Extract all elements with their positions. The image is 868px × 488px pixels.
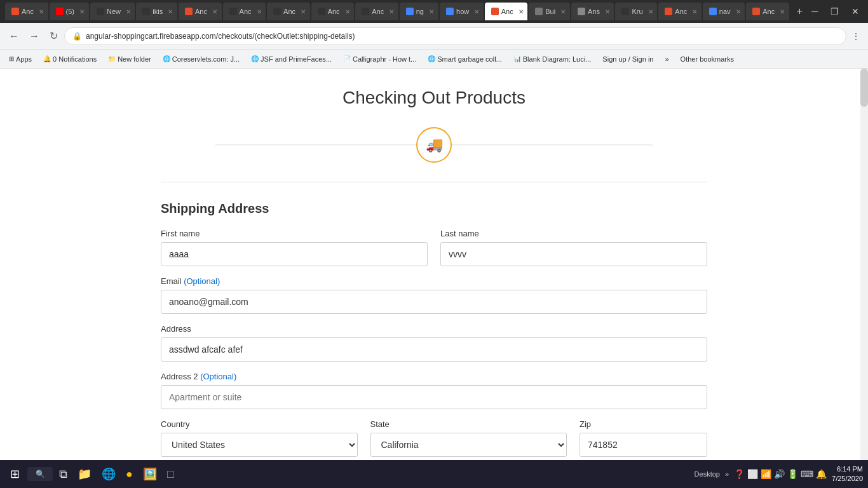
extensions-icon[interactable]: ⋮ <box>849 29 863 43</box>
tablet-mode-icon[interactable]: ⬜ <box>747 469 758 479</box>
maximize-button[interactable]: ❐ <box>827 5 843 18</box>
progress-step-shipping: 🚚 <box>416 127 452 163</box>
start-button[interactable]: ⊞ <box>5 464 25 484</box>
first-name-group: First name <box>161 229 428 266</box>
tab-2[interactable]: (5) ✕ <box>50 3 89 20</box>
tab-6[interactable]: Anc ✕ <box>223 3 266 20</box>
taskbar-task-view[interactable]: ⧉ <box>55 465 71 484</box>
tab-12[interactable]: Bui ✕ <box>529 3 570 20</box>
minimize-button[interactable]: ─ <box>808 5 822 18</box>
taskbar-file-explorer[interactable]: 📁 <box>74 464 95 484</box>
section-title-shipping: Shipping Address <box>161 201 707 216</box>
tab-9[interactable]: Anc ✕ <box>355 3 398 20</box>
address-input[interactable] <box>161 337 707 362</box>
tab-11[interactable]: how ✕ <box>440 3 484 20</box>
bookmark-blank-diagram[interactable]: 📊 Blank Diagram: Luci... <box>510 54 595 64</box>
jsf-icon: 🌐 <box>251 55 259 62</box>
tab-3[interactable]: New ✕ <box>90 3 135 20</box>
scrollbar-thumb[interactable] <box>860 69 868 107</box>
tab-17[interactable]: Anc ✕ <box>746 3 789 20</box>
divider <box>161 182 707 182</box>
bookmark-other[interactable]: Other bookmarks <box>677 54 738 64</box>
coreservlets-icon: 🌐 <box>163 55 170 62</box>
taskbar-code[interactable]: □ <box>163 465 178 484</box>
tab-4[interactable]: ikis ✕ <box>136 3 177 20</box>
tab-active[interactable]: Anc ✕ <box>485 3 528 20</box>
name-row: First name Last name <box>161 229 707 266</box>
lock-icon: 🔒 <box>72 32 82 41</box>
volume-icon[interactable]: 🔊 <box>774 469 785 479</box>
country-group: Country United States Canada United King… <box>161 419 358 457</box>
tab-5[interactable]: Anc ✕ <box>179 3 222 20</box>
tab-14[interactable]: Kru ✕ <box>615 3 657 20</box>
tab-7[interactable]: Anc ✕ <box>267 3 310 20</box>
reload-button[interactable]: ↻ <box>46 27 62 44</box>
bookmark-smart-garbage[interactable]: 🌐 Smart garbage coll... <box>424 54 506 64</box>
calligraphr-icon: 📄 <box>343 55 351 62</box>
zip-input[interactable] <box>580 433 707 457</box>
address2-group: Address 2 (Optional) <box>161 372 707 409</box>
email-input[interactable] <box>161 290 707 314</box>
back-button[interactable]: ← <box>5 28 23 44</box>
tab-1[interactable]: Anc ✕ <box>5 3 48 20</box>
taskbar-sys-icons: ❓ ⬜ 📶 🔊 🔋 ⌨ 🔔 <box>734 469 827 479</box>
folder-icon: 📁 <box>108 55 116 62</box>
first-name-label: First name <box>161 229 428 238</box>
address-bar[interactable]: 🔒 angular-shoppingcart.firebaseapp.com/c… <box>64 27 846 45</box>
notification-icon: 🔔 <box>43 55 51 62</box>
battery-icon: 🔋 <box>787 469 798 479</box>
bookmark-coreservlets[interactable]: 🌐 Coreservlets.com: J... <box>159 54 243 64</box>
progress-section: 🚚 <box>161 127 707 163</box>
title-bar: Anc ✕ (5) ✕ New ✕ ikis ✕ Anc ✕ Anc ✕ <box>0 0 868 23</box>
bookmark-signup[interactable]: Sign up / Sign in <box>599 54 657 64</box>
forward-button[interactable]: → <box>25 28 43 44</box>
bookmark-notifications[interactable]: 🔔 0 Notifications <box>39 54 100 64</box>
email-row: Email (Optional) <box>161 276 707 314</box>
taskbar-search[interactable]: 🔍 <box>27 467 53 481</box>
last-name-label: Last name <box>440 229 707 238</box>
last-name-input[interactable] <box>440 242 707 266</box>
bookmark-more[interactable]: » <box>661 54 672 64</box>
tab-15[interactable]: Anc ✕ <box>658 3 702 20</box>
address-group: Address <box>161 324 707 362</box>
last-name-group: Last name <box>440 229 707 266</box>
bookmark-calligraphr[interactable]: 📄 Calligraphr - How t... <box>339 54 420 64</box>
address2-label: Address 2 (Optional) <box>161 372 707 381</box>
taskbar-edge[interactable]: 🌐 <box>98 464 119 484</box>
main-container: Checking Out Products 🚚 Shipping Address… <box>148 69 720 460</box>
keyboard-icon[interactable]: ⌨ <box>801 469 813 479</box>
url-text: angular-shoppingcart.firebaseapp.com/che… <box>86 32 838 41</box>
tab-8[interactable]: Anc ✕ <box>311 3 355 20</box>
bookmark-more-label: » <box>665 55 668 63</box>
zip-label: Zip <box>580 419 707 429</box>
bookmark-smart-garbage-label: Smart garbage coll... <box>437 55 502 63</box>
taskbar-time-display[interactable]: 6:14 PM 7/25/2020 <box>832 464 863 484</box>
country-label: Country <box>161 419 358 429</box>
first-name-input[interactable] <box>161 242 428 266</box>
bookmark-apps[interactable]: ⊞ Apps <box>5 54 36 64</box>
taskbar-chrome[interactable]: ● <box>122 465 137 484</box>
bookmark-new-folder[interactable]: 📁 New folder <box>104 54 155 64</box>
state-select[interactable]: California New York Texas <box>370 433 567 457</box>
state-group: State California New York Texas <box>370 419 567 457</box>
new-tab-button[interactable]: + <box>793 4 806 18</box>
address2-input[interactable] <box>161 385 707 409</box>
window-controls: ─ ❐ ✕ <box>808 5 863 18</box>
taskbar: ⊞ 🔍 ⧉ 📁 🌐 ● 🖼️ □ Desktop » ❓ ⬜ 📶 🔊 🔋 ⌨ 🔔… <box>0 460 868 488</box>
network-icon[interactable]: 📶 <box>761 469 771 479</box>
bookmark-jsf[interactable]: 🌐 JSF and PrimeFaces... <box>247 54 336 64</box>
help-icon[interactable]: ❓ <box>734 469 745 479</box>
tab-10[interactable]: ng ✕ <box>400 3 438 20</box>
country-select[interactable]: United States Canada United Kingdom <box>161 433 358 457</box>
notification-bell-icon[interactable]: 🔔 <box>816 469 827 479</box>
scrollbar[interactable] <box>860 69 868 460</box>
location-row: Country United States Canada United King… <box>161 419 707 457</box>
close-button[interactable]: ✕ <box>848 5 863 18</box>
tab-13[interactable]: Ans ✕ <box>571 3 614 20</box>
shipping-truck-icon: 🚚 <box>426 137 443 153</box>
tab-16[interactable]: nav ✕ <box>703 3 745 20</box>
bookmarks-bar: ⊞ Apps 🔔 0 Notifications 📁 New folder 🌐 … <box>0 50 868 69</box>
taskbar-desktop-arrow: » <box>725 470 729 478</box>
taskbar-photos[interactable]: 🖼️ <box>139 464 161 484</box>
taskbar-right: Desktop » ❓ ⬜ 📶 🔊 🔋 ⌨ 🔔 6:14 PM 7/25/202… <box>695 464 863 484</box>
